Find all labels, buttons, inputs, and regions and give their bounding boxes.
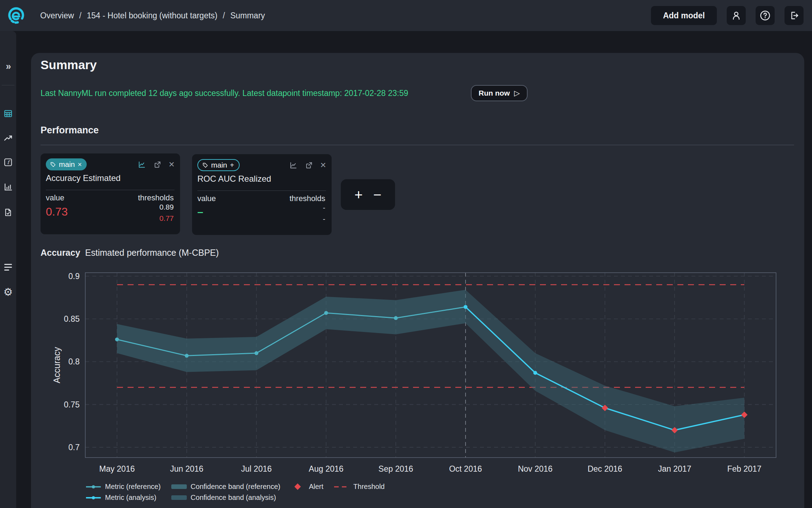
metric-card-accuracy: main × <box>41 153 180 234</box>
top-navbar: Overview / 154 - Hotel booking (without … <box>0 0 812 31</box>
trending-up-icon <box>4 134 13 143</box>
user-account-button[interactable] <box>727 6 746 25</box>
close-card-button[interactable]: × <box>169 161 174 168</box>
breadcrumb-separator: / <box>79 11 81 20</box>
help-button[interactable] <box>756 6 775 25</box>
run-now-label: Run now <box>479 89 510 97</box>
add-metric-button[interactable]: + <box>355 188 363 202</box>
threshold-upper-value: 0.89 <box>159 203 174 211</box>
thresholds-label: thresholds <box>289 194 325 203</box>
sidebar-expand-toggle[interactable]: » <box>0 56 16 76</box>
run-now-button[interactable]: Run now ▷ <box>471 85 528 101</box>
legend-band-reference[interactable]: Confidence band (reference) <box>171 483 281 491</box>
breadcrumb-overview[interactable]: Overview <box>40 11 74 20</box>
svg-text:Dec 2016: Dec 2016 <box>588 464 622 473</box>
metric-card-actions: × <box>289 161 326 169</box>
add-model-button[interactable]: Add model <box>651 6 717 25</box>
legend-threshold[interactable]: Threshold <box>334 483 385 491</box>
close-card-button[interactable]: × <box>320 162 326 169</box>
svg-text:Jul 2016: Jul 2016 <box>241 464 272 473</box>
breadcrumb-separator: / <box>223 11 225 20</box>
metric-card-header: main + <box>197 159 326 171</box>
metric-value: – <box>197 206 203 218</box>
logout-button[interactable] <box>785 6 804 25</box>
svg-text:f: f <box>7 159 10 165</box>
threshold-upper-value: - <box>323 204 325 212</box>
sidebar-item-concept-shift[interactable]: f <box>0 152 16 172</box>
svg-text:Sep 2016: Sep 2016 <box>379 464 413 473</box>
chart-title-metric: Accuracy <box>41 248 80 258</box>
view-chart-button[interactable] <box>289 161 297 169</box>
tag-label: main <box>59 160 75 169</box>
sidebar-item-monitoring[interactable] <box>0 104 16 123</box>
play-icon: ▷ <box>514 89 520 97</box>
svg-text:Oct 2016: Oct 2016 <box>449 464 482 473</box>
chart-title: AccuracyEstimated performance (M-CBPE) <box>41 248 219 258</box>
thresholds-label: thresholds <box>138 193 174 202</box>
legend-metric-reference[interactable]: Metric (reference) <box>86 483 161 491</box>
bar-chart-icon <box>4 182 13 192</box>
open-external-button[interactable] <box>153 161 161 169</box>
metric-title: ROC AUC Realized <box>197 174 271 184</box>
svg-text:Nov 2016: Nov 2016 <box>518 464 552 473</box>
svg-text:Accuracy: Accuracy <box>52 347 62 383</box>
tag-add-icon[interactable]: + <box>230 161 234 169</box>
value-label: value <box>197 194 216 203</box>
threshold-lower-value: 0.77 <box>159 214 174 223</box>
tag-remove-icon[interactable]: × <box>78 161 82 169</box>
svg-text:Aug 2016: Aug 2016 <box>309 464 343 473</box>
accuracy-performance-chart[interactable]: 0.90.850.80.750.7May 2016Jun 2016Jul 201… <box>50 271 781 481</box>
list-menu-icon <box>4 264 12 271</box>
metric-value: 0.73 <box>46 205 68 218</box>
breadcrumb-model[interactable]: 154 - Hotel booking (without targets) <box>87 11 217 20</box>
chevron-double-right-icon: » <box>6 61 10 72</box>
legend-alert[interactable]: Alert <box>291 483 323 491</box>
svg-text:Feb 2017: Feb 2017 <box>727 464 761 473</box>
help-icon <box>760 10 770 21</box>
svg-text:Jan 2017: Jan 2017 <box>658 464 691 473</box>
user-icon <box>731 11 741 20</box>
line-chart-icon <box>138 161 146 169</box>
metric-analysis-swatch <box>86 495 101 500</box>
sidebar-item-performance[interactable] <box>0 128 16 148</box>
breadcrumb-summary[interactable]: Summary <box>230 11 265 20</box>
svg-text:0.85: 0.85 <box>64 314 80 323</box>
tag-label: main <box>211 161 227 169</box>
legend-label: Threshold <box>353 483 385 491</box>
sidebar-divider <box>2 85 14 85</box>
nannyml-logo[interactable] <box>7 7 25 24</box>
metric-card-header: main × <box>46 158 174 171</box>
legend-label: Alert <box>309 483 323 491</box>
document-check-icon <box>4 208 13 217</box>
add-remove-metric-panel: + − <box>341 179 395 210</box>
performance-section-title: Performance <box>41 125 99 136</box>
legend-band-analysis[interactable]: Confidence band (analysis) <box>171 494 281 502</box>
legend-label: Metric (reference) <box>105 483 161 491</box>
sidebar-item-distribution[interactable] <box>0 177 16 197</box>
legend-metric-analysis[interactable]: Metric (analysis) <box>86 494 161 502</box>
svg-text:0.9: 0.9 <box>68 272 80 281</box>
external-link-icon <box>153 161 161 169</box>
content-card: Summary Last NannyML run completed 12 da… <box>31 53 804 508</box>
sidebar-item-logs[interactable] <box>0 257 16 277</box>
open-external-button[interactable] <box>305 161 313 169</box>
logout-icon <box>789 11 799 20</box>
legend-label: Confidence band (reference) <box>191 483 281 491</box>
view-chart-button[interactable] <box>138 161 146 169</box>
table-grid-icon <box>4 109 13 118</box>
band-analysis-swatch <box>171 495 187 500</box>
gear-icon: ⚙ <box>4 286 13 298</box>
remove-metric-button[interactable]: − <box>373 188 381 202</box>
status-row: Last NannyML run completed 12 days ago s… <box>41 85 795 102</box>
sidebar-item-reports[interactable] <box>0 202 16 222</box>
svg-text:May 2016: May 2016 <box>99 464 135 473</box>
sidebar-item-settings[interactable]: ⚙ <box>0 282 16 302</box>
svg-text:0.7: 0.7 <box>68 443 80 452</box>
breadcrumb: Overview / 154 - Hotel booking (without … <box>40 11 265 20</box>
metric-title: Accuracy Estimated <box>46 173 121 183</box>
tag-main[interactable]: main × <box>46 158 87 170</box>
svg-text:0.8: 0.8 <box>68 357 80 366</box>
alert-diamond-icon <box>295 483 301 490</box>
metric-card-actions: × <box>138 161 174 169</box>
tag-main[interactable]: main + <box>197 159 240 171</box>
